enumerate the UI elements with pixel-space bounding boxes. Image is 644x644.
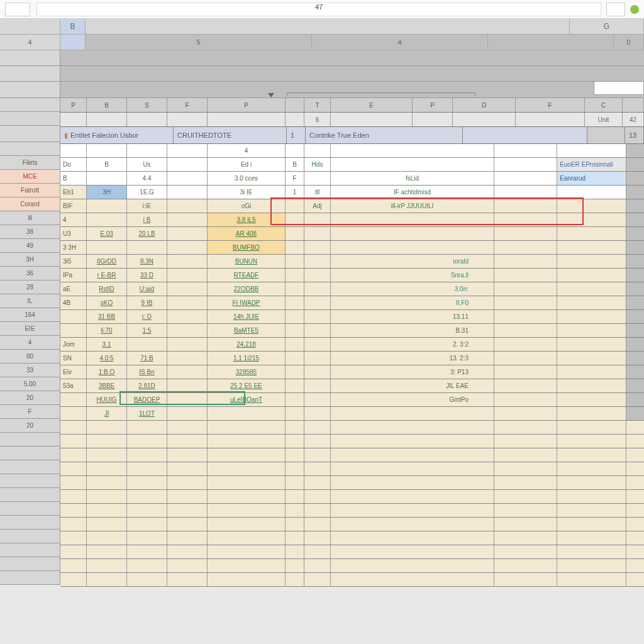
cell[interactable]: iorald xyxy=(331,255,494,268)
cell[interactable] xyxy=(167,158,208,171)
cell[interactable] xyxy=(208,113,286,126)
cell[interactable]: Jom xyxy=(60,338,87,351)
cell[interactable] xyxy=(127,241,167,254)
selected-cell[interactable]: Eanrarud xyxy=(557,172,626,185)
cell[interactable]: 20 LB xyxy=(127,227,167,240)
cell[interactable] xyxy=(304,144,331,157)
cell[interactable] xyxy=(304,518,331,531)
cell[interactable] xyxy=(626,158,644,171)
cell[interactable] xyxy=(304,476,331,489)
cell[interactable] xyxy=(626,352,644,365)
cell[interactable]: i: D xyxy=(127,310,167,323)
cell[interactable] xyxy=(208,448,286,462)
cell[interactable] xyxy=(494,393,557,406)
cell[interactable]: II.F0 xyxy=(331,296,494,309)
cell[interactable] xyxy=(60,462,87,475)
cell[interactable] xyxy=(626,559,644,572)
cell[interactable]: U3 xyxy=(60,227,87,240)
cell[interactable] xyxy=(626,324,644,337)
cell[interactable] xyxy=(87,476,127,489)
cell[interactable] xyxy=(87,518,127,531)
cell[interactable]: 53a xyxy=(60,379,87,392)
cell[interactable]: B xyxy=(60,172,87,185)
cell[interactable]: li:70 xyxy=(87,324,127,337)
cell[interactable] xyxy=(557,338,626,351)
cell[interactable] xyxy=(87,199,127,213)
cell[interactable] xyxy=(60,435,87,448)
cell[interactable] xyxy=(494,462,557,475)
cell[interactable] xyxy=(626,421,644,434)
cell[interactable] xyxy=(331,504,494,517)
cell[interactable]: fsLid xyxy=(331,172,494,185)
cell[interactable] xyxy=(60,421,87,434)
cell[interactable]: U:aid xyxy=(127,282,167,296)
cell[interactable] xyxy=(557,199,626,213)
cell[interactable] xyxy=(286,393,304,406)
cell[interactable] xyxy=(626,227,644,240)
cell[interactable]: 3: P13 xyxy=(331,365,494,379)
cell[interactable] xyxy=(127,490,167,503)
cell[interactable] xyxy=(304,448,331,462)
cell[interactable] xyxy=(87,213,127,226)
cell[interactable] xyxy=(286,462,304,475)
cell[interactable] xyxy=(626,269,644,282)
cell[interactable]: 1:B.O xyxy=(87,365,127,379)
column-header-g[interactable]: G xyxy=(570,19,644,34)
cell[interactable] xyxy=(331,227,494,240)
cell[interactable] xyxy=(494,531,557,545)
outer-cell[interactable]: 5 xyxy=(86,35,312,50)
cell[interactable] xyxy=(304,545,331,558)
cell[interactable] xyxy=(304,269,331,282)
cell[interactable] xyxy=(304,296,331,309)
cell[interactable] xyxy=(626,531,644,545)
cell[interactable]: tll xyxy=(304,186,331,199)
cell[interactable] xyxy=(60,407,87,420)
formula-input[interactable]: 47 xyxy=(36,3,601,16)
row-num[interactable] xyxy=(0,126,60,142)
cell[interactable] xyxy=(286,352,304,365)
row-num[interactable]: EIE xyxy=(0,322,60,336)
cell[interactable] xyxy=(167,241,208,254)
title-cell[interactable]: CRUITHEDTOTE xyxy=(174,127,287,143)
cell[interactable] xyxy=(286,338,304,351)
cell[interactable] xyxy=(557,435,626,448)
cell[interactable] xyxy=(626,365,644,379)
cell[interactable]: BIF xyxy=(60,199,87,213)
cell[interactable]: Snra.ll xyxy=(331,269,494,282)
cell[interactable] xyxy=(557,559,626,572)
cell[interactable]: 3.0 cces xyxy=(208,172,286,185)
cell[interactable] xyxy=(167,407,208,420)
cell[interactable] xyxy=(626,199,644,213)
row-num[interactable]: 164 xyxy=(0,308,60,322)
cell[interactable] xyxy=(87,545,127,558)
cell[interactable]: B.31 xyxy=(331,324,494,337)
cell[interactable]: IF achtidmisd xyxy=(331,186,494,199)
cell[interactable] xyxy=(127,559,167,572)
cell[interactable]: RsfiD xyxy=(87,282,127,296)
cell[interactable] xyxy=(557,186,626,199)
cell[interactable] xyxy=(167,435,208,448)
cell[interactable] xyxy=(453,113,516,126)
cell[interactable] xyxy=(557,282,626,296)
cell[interactable] xyxy=(304,255,331,268)
cell[interactable] xyxy=(167,352,208,365)
cell[interactable] xyxy=(167,379,208,392)
col-header[interactable]: S xyxy=(127,98,167,112)
cell[interactable] xyxy=(626,476,644,489)
cell[interactable] xyxy=(304,172,331,185)
cell[interactable] xyxy=(626,241,644,254)
outer-cell[interactable]: 0 xyxy=(614,35,644,50)
cell[interactable]: Hds xyxy=(304,158,331,171)
cell[interactable] xyxy=(87,490,127,503)
cell[interactable] xyxy=(626,144,644,157)
cell[interactable] xyxy=(557,518,626,531)
cell[interactable] xyxy=(286,518,304,531)
cell[interactable] xyxy=(557,490,626,503)
cell[interactable] xyxy=(127,113,167,126)
cell[interactable] xyxy=(494,241,557,254)
cell[interactable] xyxy=(557,310,626,323)
cell[interactable] xyxy=(331,158,494,171)
cell[interactable]: 3H xyxy=(87,186,127,199)
cell[interactable] xyxy=(557,227,626,240)
cell[interactable]: Us xyxy=(127,158,167,171)
